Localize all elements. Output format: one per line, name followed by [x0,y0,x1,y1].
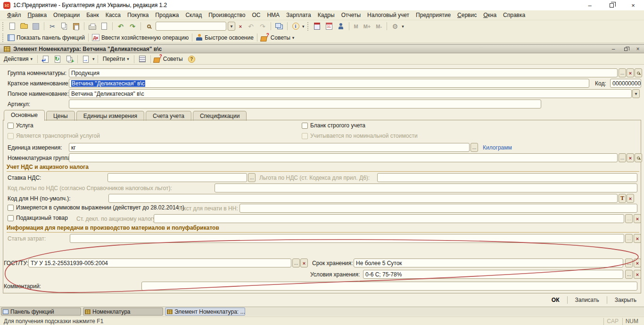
enter-business-operation-button[interactable]: Ввести хозяйственную операцию [101,34,189,41]
form-close-button[interactable]: × [634,45,642,53]
unit-name-link[interactable]: Килограмм [483,143,512,152]
show-function-panel-button[interactable]: Показать панель функций [17,34,85,41]
print-preview-button[interactable] [99,21,109,31]
tab-prices[interactable]: Цены [46,111,75,121]
menu-purchase[interactable]: Покупка [124,10,152,20]
comment-input[interactable] [141,282,637,291]
nomgroup-input[interactable] [69,153,618,162]
actions-menu-button[interactable]: Действия▾ [2,55,34,63]
calculator-button[interactable] [312,21,322,31]
menu-windows[interactable]: Окна [480,10,500,20]
settings-dropdown-arrow[interactable]: ▾ [402,24,404,29]
open-related-button[interactable]: → [81,54,91,64]
excise-ellipsis-button[interactable]: ... [625,214,633,223]
open-related-dropdown[interactable]: ▾ [92,57,95,61]
menu-help[interactable]: Справка [500,10,528,20]
memory-m-minus-button[interactable]: M- [374,24,384,29]
group-ellipsis-button[interactable]: ... [619,68,626,77]
find-button[interactable] [144,21,154,31]
vat-benefit-code-input[interactable] [215,183,637,192]
undo-button[interactable]: ↶ [116,21,126,31]
form-tips-button[interactable]: Советы [163,56,183,62]
settings-wrench-button[interactable]: ⚙ [390,21,400,31]
paste-button[interactable] [71,21,81,31]
menu-salary[interactable]: Зарплата [283,10,314,20]
ok-button[interactable]: ОК [548,296,563,304]
menu-os[interactable]: ОС [248,10,264,20]
minimize-button[interactable]: – [579,0,601,10]
group-lookup-button[interactable] [635,68,642,77]
taskbar-nomenclature-item[interactable]: Элемент Номенклатура: ...\с [165,308,245,316]
tab-main[interactable]: Основные [4,110,45,121]
shelf-life-clear-button[interactable]: × [634,258,641,267]
close-form-button[interactable]: Закрыть [611,296,640,304]
reread-button[interactable]: ↻ [52,54,63,64]
nn-code-input[interactable] [108,194,618,203]
strict-blank-checkbox[interactable] [302,123,308,129]
gost-input[interactable] [28,258,291,267]
service-checkbox[interactable] [8,123,14,129]
nn-print-input[interactable] [239,204,637,213]
full-name-dropdown-button[interactable]: ▾ [632,89,640,98]
group-input[interactable] [69,68,618,77]
write-button[interactable]: Записать [571,296,603,304]
tab-accounts[interactable]: Счета учета [146,111,191,121]
menu-sale[interactable]: Продажа [152,10,182,20]
tips-dropdown-arrow[interactable]: ▾ [292,35,295,40]
calendar-button[interactable]: 31 [324,21,334,31]
cut-button[interactable]: ✂ [47,21,58,31]
vat-rate-ellipsis-button[interactable]: ... [248,173,256,182]
save-button[interactable] [31,21,41,31]
full-name-input[interactable] [69,89,632,98]
cost-item-input[interactable] [70,234,624,243]
info-button[interactable]: i [290,21,301,31]
nomgroup-ellipsis-button[interactable]: ... [619,153,626,162]
unit-input[interactable] [69,143,470,152]
tab-units[interactable]: Единицы измерения [76,111,144,121]
excise-decl-input[interactable] [154,214,624,223]
menu-tax[interactable]: Налоговый учет [364,10,413,20]
tips-button[interactable]: Советы [271,34,290,41]
find-next-button[interactable]: ↷ [257,21,268,31]
goto-menu-button[interactable]: Перейти▾ [101,55,131,63]
menu-operations[interactable]: Операции [50,10,83,20]
excise-clear-button[interactable]: × [634,214,641,223]
menu-warehouse[interactable]: Склад [182,10,205,20]
nomgroup-lookup-button[interactable] [635,153,642,162]
excise-checkbox[interactable] [8,215,14,221]
short-name-input[interactable]: Ветчина "Деликатесная" в\с [69,79,589,88]
redo-button[interactable]: ↷ [127,21,138,31]
nn-code-text-button[interactable]: Т [619,194,626,203]
nomgroup-clear-button[interactable]: × [627,153,634,162]
taskbar-function-panel[interactable]: Панель функций [1,308,81,316]
toolbar-search-input[interactable] [156,22,226,31]
search-clear-button[interactable]: × [237,22,244,31]
menu-hr[interactable]: Кадры [314,10,338,20]
form-minimize-button[interactable]: – [609,45,618,53]
tab-specifications[interactable]: Спецификации [193,111,247,121]
copy-button[interactable] [59,21,69,31]
unit-ellipsis-button[interactable]: ... [471,143,478,152]
memory-m-button[interactable]: M [352,24,360,29]
cost-item-ellipsis-button[interactable]: ... [625,234,633,243]
storage-ellipsis-button[interactable]: ... [625,270,633,279]
close-button[interactable]: × [622,0,644,10]
group-clear-button[interactable]: × [627,68,634,77]
menu-service[interactable]: Сервис [454,10,480,20]
gost-ellipsis-button[interactable]: ... [292,258,300,267]
open-button[interactable] [19,21,29,31]
nn-code-clear-button[interactable]: × [627,194,634,203]
storage-conditions-input[interactable] [363,270,623,279]
gost-clear-button[interactable]: × [300,258,308,267]
windows-list-button[interactable] [274,21,284,31]
storage-clear-button[interactable]: × [634,270,641,279]
menu-cash[interactable]: Касса [102,10,124,20]
print-button[interactable] [87,21,98,31]
find-previous-button[interactable]: ↶ [246,21,256,31]
taskbar-nomenclature[interactable]: Номенклатура [83,308,163,316]
copy-item-button[interactable]: + [64,54,74,64]
form-restore-button[interactable] [621,45,630,53]
toolbar-grip[interactable] [307,22,309,31]
menu-production[interactable]: Производство [205,10,248,20]
structure-button[interactable] [137,54,148,64]
